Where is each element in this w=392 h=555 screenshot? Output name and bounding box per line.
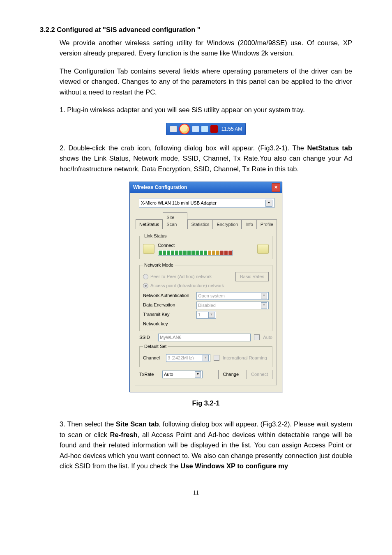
data-enc-value: Disabled (198, 302, 216, 309)
tab-statistics[interactable]: Statistics (187, 219, 213, 229)
adapter-combo[interactable]: X-Micro WLAN 11b mini USB Adapter ▼ (139, 198, 274, 208)
dialog-title: Wireless Configuration (133, 184, 187, 191)
tray-time: 11:55 AM (221, 125, 242, 133)
txrate-combo[interactable]: Auto ▼ (162, 371, 203, 378)
tray-icon-5 (210, 125, 218, 133)
net-auth-label: Network Authentication (143, 292, 196, 299)
crab-icon[interactable] (179, 124, 190, 134)
p5-f: Use Windows XP to configure my (180, 462, 288, 470)
ssid-label: SSID (139, 334, 155, 341)
radio-adhoc-label: Peer-to-Peer (Ad hoc) network (150, 273, 212, 280)
data-enc-label: Data Encryption (143, 302, 196, 309)
tx-key-combo[interactable]: 1 ▼ (196, 311, 216, 319)
tray-icon-4 (201, 126, 208, 132)
tab-encryption[interactable]: Encryption (213, 219, 242, 229)
p5-b: Site Scan tab (116, 420, 159, 428)
roaming-label: International Roaming (223, 355, 267, 362)
p5-d: Re-fresh (110, 431, 138, 438)
connect-label: Connect (158, 242, 254, 249)
paragraph-3: 1. Plug-in wireless adapter and you will… (60, 105, 352, 115)
channel-label: Channel (143, 355, 163, 362)
ssid-value: MyWLAN6 (160, 334, 182, 341)
ap-icon (257, 244, 269, 254)
channel-value: 3 (2422MHz) (168, 355, 194, 362)
basic-rates-button[interactable]: Basic Rates (235, 272, 269, 281)
adapter-name: X-Micro WLAN 11b mini USB Adapter (141, 200, 217, 207)
p5-a: 3. Then select the (60, 420, 116, 428)
pc-icon (143, 244, 154, 254)
radio-adhoc[interactable] (143, 274, 148, 279)
tray-icon-1 (170, 126, 177, 132)
paragraph-2: The Configuration Tab contains several f… (60, 66, 352, 98)
figure-caption: Fig 3.2-1 (60, 398, 352, 409)
tab-pane: Link Status Connect (135, 229, 277, 385)
connect-button[interactable]: Connect (247, 370, 272, 379)
page-number: 11 (40, 488, 352, 497)
dialog-titlebar: Wireless Configuration × (130, 182, 282, 193)
tab-strip: NetStatus Site Scan Statistics Encryptio… (136, 212, 277, 229)
tx-key-label: Transmit Key (143, 311, 196, 318)
ssid-input[interactable]: MyWLAN6 (158, 334, 251, 341)
paragraph-5: 3. Then select the Site Scan tab, follow… (60, 419, 352, 472)
close-icon[interactable]: × (272, 183, 280, 192)
chevron-down-icon[interactable]: ▼ (195, 371, 201, 378)
auto-label: Auto (263, 334, 272, 341)
tab-sitescan[interactable]: Site Scan (163, 212, 187, 229)
txrate-value: Auto (164, 371, 173, 378)
tab-profile[interactable]: Profile (257, 219, 277, 229)
tab-netstatus[interactable]: NetStatus (136, 219, 163, 229)
tx-key-value: 1 (198, 311, 201, 318)
txrate-label: TxRate (139, 371, 159, 378)
wireless-config-dialog: Wireless Configuration × X-Micro WLAN 11… (129, 182, 282, 392)
roaming-checkbox[interactable] (214, 355, 219, 361)
default-set-group: Default Set Channel 3 (2422MHz) ▼ Intern… (139, 343, 272, 367)
channel-combo[interactable]: 3 (2422MHz) ▼ (166, 354, 210, 362)
link-status-group: Link Status Connect (139, 233, 272, 259)
net-key-label: Network key (143, 320, 196, 327)
tab-info[interactable]: Info (242, 219, 256, 229)
link-status-legend: Link Status (143, 233, 168, 240)
network-mode-group: Network Mode Peer-to-Peer (Ad hoc) netwo… (139, 262, 272, 331)
chevron-down-icon[interactable]: ▼ (203, 355, 209, 361)
change-button[interactable]: Change (218, 370, 243, 379)
paragraph-1: We provide another wireless setting util… (60, 38, 352, 59)
section-heading: 3.2.2 Configured at "SiS advanced config… (40, 25, 352, 35)
default-set-legend: Default Set (143, 343, 168, 350)
signal-bar (158, 250, 233, 256)
network-mode-legend: Network Mode (143, 262, 175, 269)
paragraph-4: 2. Double-click the crab icon, following… (60, 143, 352, 175)
net-auth-value: Open system (198, 292, 225, 299)
p4-c: shows the Link Status, Network mode, SSI… (60, 154, 352, 173)
chevron-down-icon[interactable]: ▼ (265, 200, 272, 207)
chevron-down-icon[interactable]: ▼ (208, 312, 214, 318)
chevron-down-icon[interactable]: ▼ (261, 302, 267, 309)
radio-infra[interactable] (143, 283, 148, 288)
chevron-down-icon[interactable]: ▼ (261, 293, 267, 299)
net-auth-combo[interactable]: Open system ▼ (196, 292, 269, 300)
p4-a: 2. Double-click the crab icon, following… (60, 144, 307, 152)
data-enc-combo[interactable]: Disabled ▼ (196, 302, 269, 309)
radio-infra-label: Access point (Infrastructure) network (150, 282, 224, 289)
system-tray: 11:55 AM (166, 123, 246, 135)
tray-icon-3 (192, 126, 199, 132)
p4-bold: NetStatus tab (307, 144, 352, 152)
auto-checkbox[interactable] (254, 334, 260, 340)
